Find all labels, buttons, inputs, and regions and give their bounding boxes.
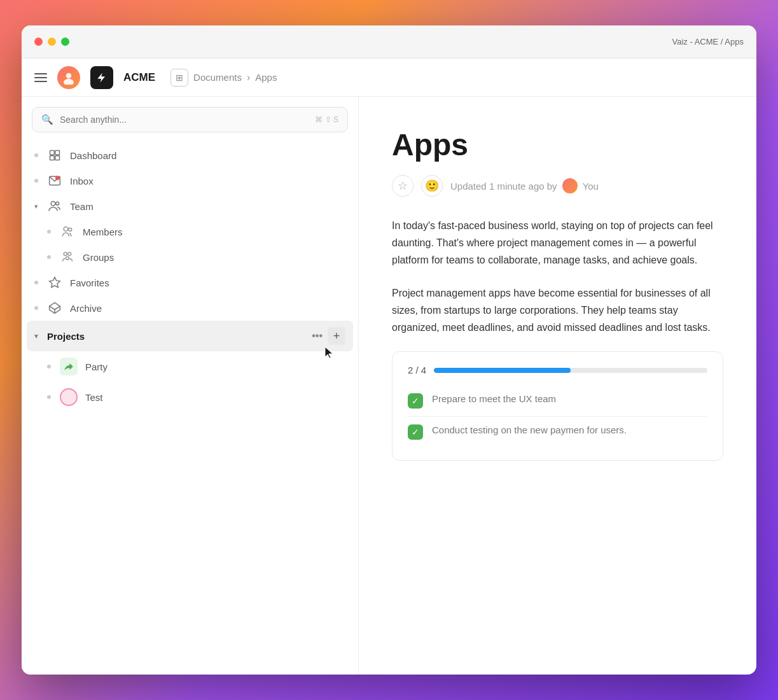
svg-marker-15 (50, 277, 60, 288)
breadcrumb-documents[interactable]: Documents (193, 72, 242, 83)
sidebar-item-dashboard[interactable]: Dashboard (27, 143, 353, 168)
updated-text: Updated 1 minute ago by (450, 181, 557, 192)
window-title: Vaiz - ACME / Apps (69, 37, 744, 46)
projects-chevron-icon: ▾ (34, 332, 38, 340)
emoji-icon[interactable]: 🙂 (421, 175, 443, 197)
inbox-icon (47, 174, 62, 187)
nav-bullet (47, 395, 51, 399)
header: ACME ⊞ Documents › Apps (22, 59, 756, 97)
nav-bullet (34, 179, 38, 183)
task-label: Prepare to meet the UX team (432, 393, 556, 404)
dashboard-icon (47, 149, 62, 162)
sidebar-item-team[interactable]: ▾ Team (27, 193, 353, 219)
breadcrumb: ⊞ Documents › Apps (170, 69, 277, 87)
sidebar-item-label-inbox: Inbox (70, 176, 94, 186)
task-item[interactable]: ✓ Prepare to meet the UX team (408, 386, 707, 416)
workspace-icon[interactable] (90, 66, 113, 89)
party-project-icon (60, 358, 78, 375)
user-avatar[interactable] (57, 66, 80, 89)
main-layout: 🔍 ⌘ ⇧ S Dash (22, 97, 756, 675)
sidebar-item-label-dashboard: Dashboard (70, 150, 116, 161)
projects-more-icon[interactable]: ••• (309, 329, 325, 343)
sidebar-item-label-favorites: Favorites (70, 277, 109, 288)
team-chevron-icon: ▾ (34, 202, 38, 211)
content-paragraph-1: In today's fast-paced business world, st… (392, 217, 723, 269)
sidebar-item-members[interactable]: Members (39, 219, 353, 244)
svg-point-0 (66, 73, 72, 78)
search-input[interactable] (60, 115, 309, 125)
sidebar-item-label-members: Members (83, 227, 123, 237)
sub-nav-team: Members Groups (27, 219, 353, 270)
menu-icon[interactable] (34, 73, 47, 82)
svg-rect-2 (50, 151, 55, 155)
svg-point-13 (68, 253, 71, 256)
breadcrumb-current[interactable]: Apps (255, 72, 277, 83)
titlebar: Vaiz - ACME / Apps (22, 25, 756, 59)
search-icon: 🔍 (41, 114, 53, 125)
nav-bullet (34, 306, 38, 310)
updated-by: You (583, 181, 599, 192)
sidebar-item-label-projects: Projects (47, 331, 85, 342)
sidebar-item-groups[interactable]: Groups (39, 244, 353, 270)
progress-bar-container (434, 368, 707, 373)
progress-header: 2 / 4 (408, 365, 707, 375)
sub-nav-projects: Party Test (27, 351, 353, 412)
svg-point-7 (55, 176, 60, 181)
sidebar-item-favorites[interactable]: Favorites (27, 270, 353, 295)
svg-point-9 (56, 202, 59, 205)
nav-bullet (34, 153, 38, 157)
project-label-party: Party (85, 361, 108, 372)
task-check-icon: ✓ (408, 424, 423, 440)
author-avatar (562, 178, 578, 193)
search-bar[interactable]: 🔍 ⌘ ⇧ S (32, 107, 348, 132)
team-icon (47, 200, 62, 213)
test-project-icon (60, 388, 78, 406)
groups-icon (60, 251, 75, 263)
close-button[interactable] (34, 38, 43, 46)
nav-bullet (34, 281, 38, 284)
sidebar-item-label-archive: Archive (70, 303, 102, 314)
nav-bullet (47, 230, 51, 234)
svg-point-10 (64, 227, 68, 232)
nav-bullet (47, 365, 51, 368)
svg-rect-3 (55, 151, 60, 155)
svg-point-12 (64, 253, 67, 256)
page-title: Apps (392, 127, 723, 162)
members-icon (60, 225, 75, 238)
workspace-name[interactable]: ACME (123, 71, 155, 84)
search-shortcut: ⌘ ⇧ S (315, 115, 338, 124)
minimize-button[interactable] (48, 38, 56, 46)
favorites-icon (47, 276, 62, 289)
star-icon[interactable]: ☆ (392, 175, 413, 197)
project-item-test[interactable]: Test (39, 382, 353, 412)
archive-icon (47, 302, 62, 314)
maximize-button[interactable] (61, 38, 69, 46)
task-list: ✓ Prepare to meet the UX team ✓ Conduct … (408, 386, 707, 447)
meta-text: Updated 1 minute ago by You (450, 178, 599, 193)
documents-icon: ⊞ (170, 69, 188, 87)
window-controls (34, 38, 69, 46)
projects-add-button[interactable]: + (328, 327, 345, 345)
sidebar-item-inbox[interactable]: Inbox (27, 168, 353, 193)
content-paragraph-2: Project management apps have become esse… (392, 284, 723, 337)
task-check-icon: ✓ (408, 393, 423, 409)
meta-row: ☆ 🙂 Updated 1 minute ago by You (392, 175, 723, 197)
progress-card: 2 / 4 ✓ Prepare to meet the UX team ✓ Co… (392, 351, 723, 461)
task-label: Conduct testing on the new paymen for us… (432, 424, 627, 435)
svg-point-11 (69, 228, 72, 231)
sidebar-item-archive[interactable]: Archive (27, 295, 353, 321)
project-label-test: Test (85, 392, 103, 403)
project-item-party[interactable]: Party (39, 351, 353, 382)
svg-rect-5 (55, 156, 60, 160)
nav-bullet (47, 255, 51, 259)
progress-bar-fill (434, 368, 571, 373)
sidebar: 🔍 ⌘ ⇧ S Dash (22, 97, 359, 675)
content-area: Apps ☆ 🙂 Updated 1 minute ago by You In … (359, 97, 756, 675)
sidebar-item-projects[interactable]: ▾ Projects ••• + (27, 321, 353, 351)
projects-actions: ••• + (309, 327, 345, 345)
cursor-pointer (324, 346, 335, 363)
progress-label: 2 / 4 (408, 365, 426, 375)
svg-point-14 (66, 256, 69, 260)
task-item[interactable]: ✓ Conduct testing on the new paymen for … (408, 416, 707, 447)
breadcrumb-separator: › (247, 72, 250, 83)
